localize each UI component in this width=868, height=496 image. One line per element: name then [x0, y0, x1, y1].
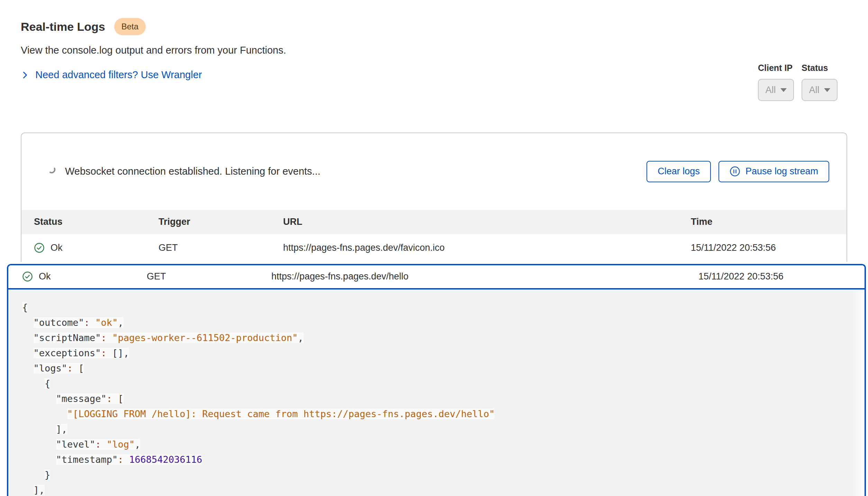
caret-down-icon	[780, 88, 787, 92]
json-line: ],	[22, 483, 844, 496]
expanded-log-container: Ok GET https://pages-fns.pages.dev/hello…	[7, 264, 866, 496]
wrangler-link-label: Need advanced filters? Use Wrangler	[35, 69, 202, 81]
check-circle-icon	[22, 271, 33, 282]
table-header-cell-time: Time	[691, 217, 847, 227]
pause-log-stream-label: Pause log stream	[745, 166, 818, 177]
trigger-cell: GET	[147, 271, 271, 282]
websocket-message: Websocket connection established. Listen…	[65, 166, 320, 177]
dropdown-value: All	[809, 85, 819, 95]
filter-client-ip: Client IP All	[758, 63, 794, 101]
json-line: "logs": [	[22, 361, 844, 376]
page-header: Real-time Logs Beta	[21, 0, 847, 35]
clear-logs-label: Clear logs	[658, 166, 700, 177]
wrangler-link[interactable]: Need advanced filters? Use Wrangler	[21, 69, 202, 81]
caret-down-icon	[824, 88, 830, 92]
log-filters: Client IP All Status All	[758, 63, 838, 101]
logs-card: Websocket connection established. Listen…	[21, 132, 847, 262]
json-line: "timestamp": 1668542036116	[22, 452, 844, 467]
json-line: {	[22, 300, 844, 315]
table-header: Status Trigger URL Time	[21, 210, 847, 234]
json-line: ],	[22, 422, 844, 437]
websocket-status: Websocket connection established. Listen…	[48, 166, 647, 177]
json-line: "scriptName": "pages-worker--611502-prod…	[22, 330, 844, 346]
url-cell: https://pages-fns.pages.dev/favicon.ico	[283, 242, 691, 253]
json-line: "level": "log",	[22, 437, 844, 452]
table-header-cell-status: Status	[34, 217, 159, 227]
pause-circle-icon	[730, 166, 740, 177]
json-line: "exceptions": [],	[22, 346, 844, 361]
filter-label: Client IP	[758, 63, 793, 73]
page-description: View the console.log output and errors f…	[21, 45, 847, 56]
status-cell: Ok	[34, 242, 159, 253]
json-line: "message": [	[22, 391, 844, 406]
status-label: Ok	[39, 271, 51, 282]
filter-status: Status All	[802, 63, 838, 101]
url-cell: https://pages-fns.pages.dev/hello	[271, 271, 698, 282]
dropdown-value: All	[765, 85, 776, 95]
time-cell: 15/11/2022 20:53:56	[698, 271, 865, 282]
trigger-cell: GET	[159, 242, 283, 253]
beta-badge: Beta	[114, 18, 146, 35]
spinner-icon	[48, 166, 57, 177]
status-dropdown[interactable]: All	[802, 79, 838, 101]
expanded-log-row[interactable]: Ok GET https://pages-fns.pages.dev/hello…	[8, 265, 865, 290]
check-circle-icon	[34, 242, 45, 253]
realtime-logs-page: Real-time Logs Beta View the console.log…	[0, 0, 868, 496]
logs-card-toolbar: Websocket connection established. Listen…	[21, 133, 847, 210]
status-cell: Ok	[22, 271, 147, 282]
log-actions: Clear logs Pause log stream	[647, 161, 829, 182]
json-line: "outcome": "ok",	[22, 315, 844, 330]
json-log: { "outcome": "ok", "scriptName": "pages-…	[8, 290, 865, 496]
filter-label: Status	[802, 63, 828, 73]
client-ip-dropdown[interactable]: All	[758, 79, 794, 101]
table-header-cell-trigger: Trigger	[159, 217, 283, 227]
table-row[interactable]: Ok GET https://pages-fns.pages.dev/favic…	[21, 234, 847, 262]
pause-log-stream-button[interactable]: Pause log stream	[718, 161, 829, 182]
json-line: "[LOGGING FROM /hello]: Request came fro…	[22, 406, 844, 422]
clear-logs-button[interactable]: Clear logs	[647, 161, 711, 182]
status-label: Ok	[51, 242, 63, 253]
table-header-cell-url: URL	[283, 217, 691, 227]
json-line: }	[22, 467, 844, 483]
chevron-right-icon	[21, 70, 29, 80]
time-cell: 15/11/2022 20:53:56	[691, 242, 847, 253]
page-title: Real-time Logs	[21, 20, 105, 34]
json-line: {	[22, 376, 844, 391]
